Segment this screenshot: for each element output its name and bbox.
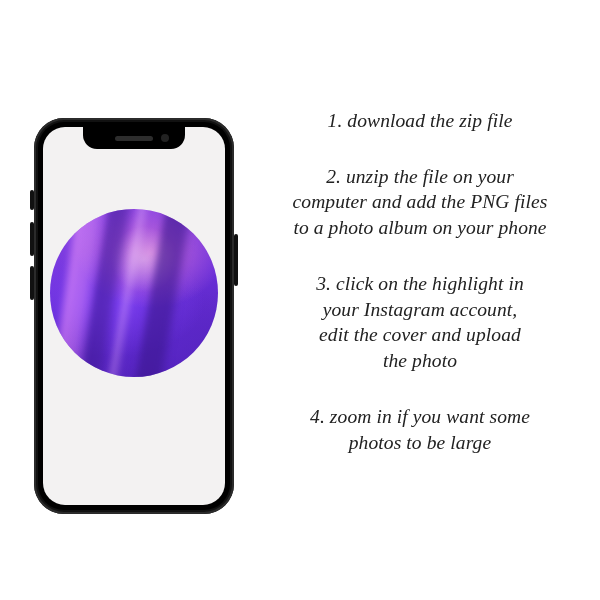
volume-up-icon: [30, 222, 34, 256]
instruction-card: 1. download the zip file 2. unzip the fi…: [0, 0, 600, 600]
instructions-list: 1. download the zip file 2. unzip the fi…: [264, 108, 576, 455]
step-4: 4. zoom in if you want some photos to be…: [264, 404, 576, 455]
mute-switch-icon: [30, 190, 34, 210]
phone-mockup: [34, 118, 234, 514]
phone-notch-icon: [83, 127, 185, 149]
step-3: 3. click on the highlight in your Instag…: [264, 271, 576, 374]
highlight-cover-image: [50, 209, 218, 377]
camera-icon: [161, 134, 169, 142]
step-1: 1. download the zip file: [264, 108, 576, 134]
speaker-icon: [115, 136, 153, 141]
power-button-icon: [234, 234, 238, 286]
phone-screen: [43, 127, 225, 505]
volume-down-icon: [30, 266, 34, 300]
step-2: 2. unzip the file on your computer and a…: [264, 164, 576, 241]
